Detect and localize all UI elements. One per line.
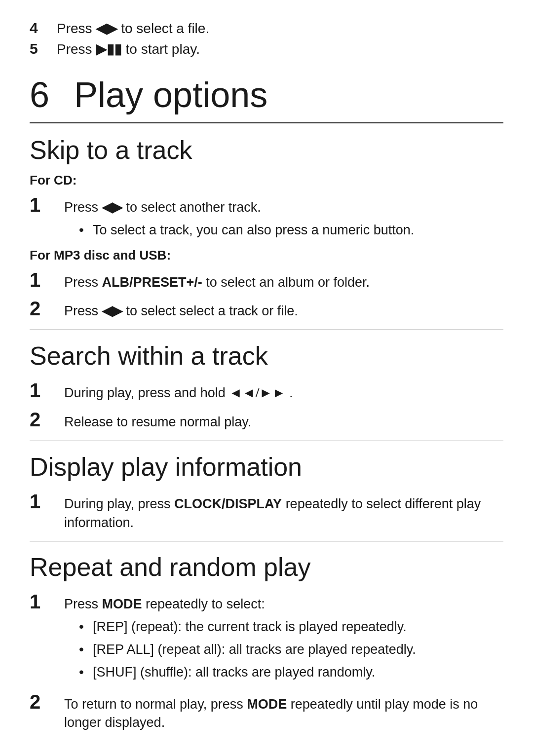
section-title-display: Display play information bbox=[30, 452, 503, 482]
skip-mp3-item-1: 1 Press ALB/PRESET+/- to select an album… bbox=[30, 268, 503, 292]
step-text-4: Press ◀▶ to select a file. bbox=[57, 20, 209, 37]
chapter-title: 6 Play options bbox=[30, 77, 503, 113]
bullet-shuf: • [SHUF] (shuffle): all tracks are playe… bbox=[79, 662, 503, 682]
subsection-label-cd: For CD: bbox=[30, 173, 503, 188]
skip-mp3-item-2: 2 Press ◀▶ to select select a track or f… bbox=[30, 297, 503, 321]
bullet-dot-shuf: • bbox=[79, 662, 93, 681]
repeat-num-1: 1 bbox=[30, 590, 64, 613]
repeat-num-2: 2 bbox=[30, 690, 64, 714]
skip-mp3-text-1: Press ALB/PRESET+/- to select an album o… bbox=[64, 273, 503, 292]
chapter-name: Play options bbox=[74, 77, 267, 113]
search-text-2: Release to resume normal play. bbox=[64, 413, 503, 432]
display-num-1: 1 bbox=[30, 490, 64, 513]
intro-steps: 4 Press ◀▶ to select a file. 5 Press ▶▮▮… bbox=[30, 20, 503, 57]
section-repeat-random: Repeat and random play 1 Press MODE repe… bbox=[30, 552, 503, 732]
step-num-5: 5 bbox=[30, 40, 57, 57]
search-item-2: 2 Release to resume normal play. bbox=[30, 408, 503, 432]
bullet-text-shuf: [SHUF] (shuffle): all tracks are played … bbox=[93, 663, 503, 682]
bullet-dot: • bbox=[79, 220, 93, 239]
section-title-repeat: Repeat and random play bbox=[30, 552, 503, 582]
subsection-mp3: For MP3 disc and USB: 1 Press ALB/PRESET… bbox=[30, 248, 503, 321]
repeat-bullets: • [REP] (repeat): the current track is p… bbox=[79, 617, 503, 681]
chapter-divider bbox=[30, 122, 503, 123]
bullet-text-rep-all: [REP ALL] (repeat all): all tracks are p… bbox=[93, 641, 503, 659]
bullet-dot-rep-all: • bbox=[79, 640, 93, 659]
bullet-rep-all: • [REP ALL] (repeat all): all tracks are… bbox=[79, 640, 503, 659]
divider-2 bbox=[30, 441, 503, 441]
repeat-item-2: 2 To return to normal play, press MODE r… bbox=[30, 690, 503, 733]
bullet-text: To select a track, you can also press a … bbox=[93, 221, 503, 240]
repeat-item-1: 1 Press MODE repeatedly to select: • [RE… bbox=[30, 590, 503, 684]
chapter-num: 6 bbox=[30, 77, 74, 113]
skip-cd-bullets-1: • To select a track, you can also press … bbox=[79, 220, 503, 240]
skip-mp3-num-1: 1 bbox=[30, 268, 64, 292]
search-num-2: 2 bbox=[30, 408, 64, 431]
skip-cd-text-1: Press ◀▶ to select another track. • To s… bbox=[64, 198, 503, 243]
divider-1 bbox=[30, 330, 503, 330]
skip-mp3-text-2: Press ◀▶ to select select a track or fil… bbox=[64, 302, 503, 321]
skip-cd-item-1: 1 Press ◀▶ to select another track. • To… bbox=[30, 193, 503, 243]
intro-step-4: 4 Press ◀▶ to select a file. bbox=[30, 20, 503, 37]
intro-step-5: 5 Press ▶▮▮ to start play. bbox=[30, 40, 503, 57]
section-skip-track: Skip to a track For CD: 1 Press ◀▶ to se… bbox=[30, 135, 503, 321]
section-title-search: Search within a track bbox=[30, 341, 503, 371]
search-num-1: 1 bbox=[30, 378, 64, 402]
skip-mp3-num-2: 2 bbox=[30, 297, 64, 320]
section-title-skip: Skip to a track bbox=[30, 135, 503, 165]
bullet-text-rep: [REP] (repeat): the current track is pla… bbox=[93, 618, 503, 637]
search-item-1: 1 During play, press and hold ◄◄/►► . bbox=[30, 378, 503, 403]
subsection-label-mp3: For MP3 disc and USB: bbox=[30, 248, 503, 263]
section-display-info: Display play information 1 During play, … bbox=[30, 452, 503, 532]
display-item-1: 1 During play, press CLOCK/DISPLAY repea… bbox=[30, 490, 503, 532]
bullet-dot-rep: • bbox=[79, 617, 93, 636]
section-search-track: Search within a track 1 During play, pre… bbox=[30, 341, 503, 432]
search-text-1: During play, press and hold ◄◄/►► . bbox=[64, 384, 503, 403]
step-text-5: Press ▶▮▮ to start play. bbox=[57, 41, 200, 57]
skip-cd-num-1: 1 bbox=[30, 193, 64, 217]
display-text-1: During play, press CLOCK/DISPLAY repeate… bbox=[64, 495, 503, 532]
divider-3 bbox=[30, 541, 503, 541]
subsection-cd: For CD: 1 Press ◀▶ to select another tra… bbox=[30, 173, 503, 243]
repeat-text-2: To return to normal play, press MODE rep… bbox=[64, 695, 503, 733]
bullet-rep: • [REP] (repeat): the current track is p… bbox=[79, 617, 503, 637]
bullet-item: • To select a track, you can also press … bbox=[79, 220, 503, 240]
step-num-4: 4 bbox=[30, 20, 57, 37]
repeat-text-1: Press MODE repeatedly to select: • [REP]… bbox=[64, 595, 503, 684]
